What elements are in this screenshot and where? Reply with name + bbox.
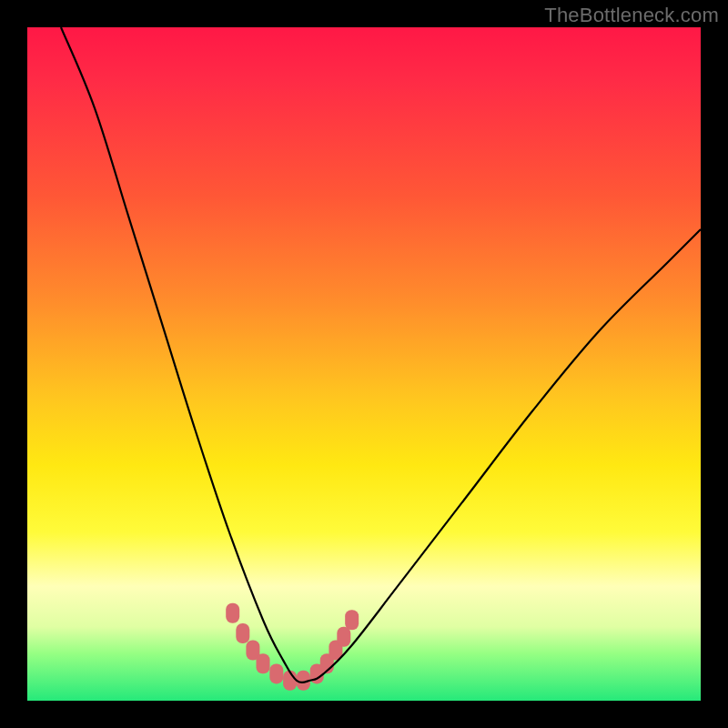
trough-marker [345, 610, 359, 630]
trough-markers [226, 603, 359, 691]
bottleneck-curve-svg [27, 27, 701, 701]
trough-marker [257, 653, 270, 673]
trough-marker [226, 603, 239, 623]
chart-area [27, 27, 701, 701]
bottleneck-curve [61, 27, 701, 682]
watermark-text: TheBottleneck.com [544, 4, 719, 27]
trough-marker [236, 623, 249, 643]
trough-marker [337, 627, 350, 647]
trough-marker [269, 663, 283, 683]
